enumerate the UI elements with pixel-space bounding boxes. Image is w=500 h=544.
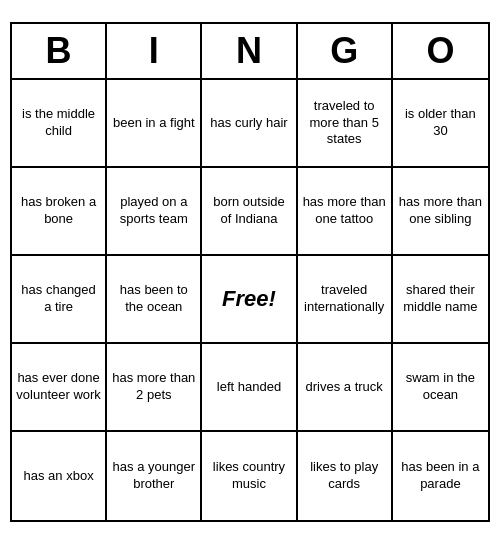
bingo-cell-11[interactable]: has been to the ocean [107,256,202,344]
bingo-cell-8[interactable]: has more than one tattoo [298,168,393,256]
bingo-cell-0[interactable]: is the middle child [12,80,107,168]
bingo-cell-4[interactable]: is older than 30 [393,80,488,168]
bingo-cell-7[interactable]: born outside of Indiana [202,168,297,256]
bingo-cell-9[interactable]: has more than one sibling [393,168,488,256]
bingo-cell-16[interactable]: has more than 2 pets [107,344,202,432]
bingo-letter-g: G [298,24,393,78]
bingo-cell-23[interactable]: likes to play cards [298,432,393,520]
bingo-letter-o: O [393,24,488,78]
bingo-cell-5[interactable]: has broken a bone [12,168,107,256]
bingo-card: BINGO is the middle childbeen in a fight… [10,22,490,522]
bingo-cell-18[interactable]: drives a truck [298,344,393,432]
bingo-cell-1[interactable]: been in a fight [107,80,202,168]
bingo-cell-3[interactable]: traveled to more than 5 states [298,80,393,168]
bingo-cell-19[interactable]: swam in the ocean [393,344,488,432]
bingo-letter-n: N [202,24,297,78]
bingo-header: BINGO [12,24,488,80]
bingo-cell-10[interactable]: has changed a tire [12,256,107,344]
bingo-cell-2[interactable]: has curly hair [202,80,297,168]
bingo-cell-20[interactable]: has an xbox [12,432,107,520]
bingo-cell-22[interactable]: likes country music [202,432,297,520]
bingo-cell-6[interactable]: played on a sports team [107,168,202,256]
bingo-cell-14[interactable]: shared their middle name [393,256,488,344]
bingo-letter-i: I [107,24,202,78]
bingo-cell-17[interactable]: left handed [202,344,297,432]
bingo-cell-15[interactable]: has ever done volunteer work [12,344,107,432]
bingo-cell-24[interactable]: has been in a parade [393,432,488,520]
bingo-grid: is the middle childbeen in a fighthas cu… [12,80,488,520]
bingo-cell-13[interactable]: traveled internationally [298,256,393,344]
bingo-letter-b: B [12,24,107,78]
bingo-cell-21[interactable]: has a younger brother [107,432,202,520]
free-space[interactable]: Free! [202,256,297,344]
